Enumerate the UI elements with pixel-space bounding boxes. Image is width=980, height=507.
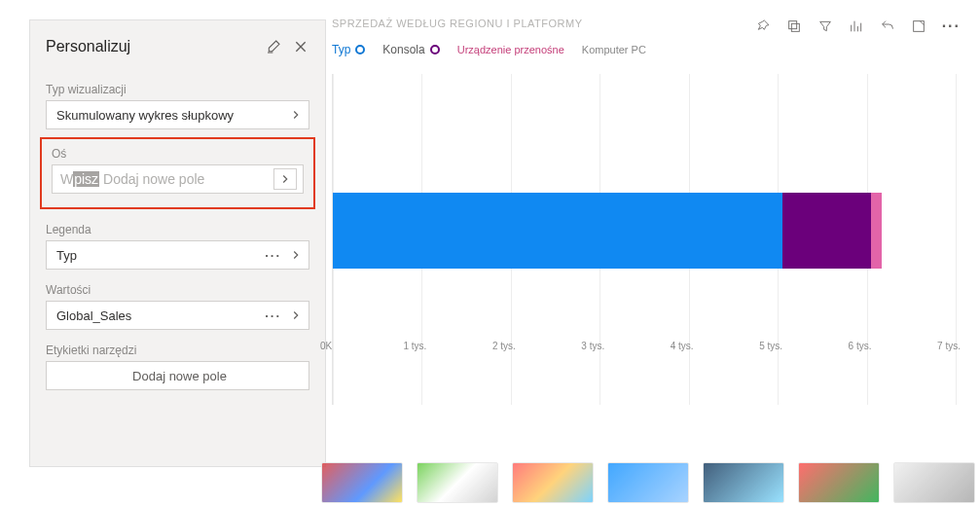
bar-segment[interactable] <box>333 193 782 269</box>
more-icon[interactable]: ··· <box>265 248 281 263</box>
legend-item-konsola[interactable]: Konsola <box>382 43 439 56</box>
thumbnail[interactable] <box>893 462 975 503</box>
axis-section-highlight: Oś Wpisz Dodaj nowe pole <box>40 137 315 209</box>
chevron-right-icon <box>289 308 303 322</box>
legend-item-label: Konsola <box>382 43 424 56</box>
thumbnail[interactable] <box>512 462 594 503</box>
viz-type-select[interactable]: Skumulowany wykres słupkowy <box>46 100 309 129</box>
svg-rect-2 <box>913 21 924 32</box>
chevron-right-icon <box>289 108 303 122</box>
x-tick-label: 3 tys. <box>581 341 604 351</box>
values-field-value: Global_Sales <box>56 308 131 323</box>
x-tick-label: 0K <box>320 341 332 351</box>
legend-item-mobile[interactable]: Urządzenie przenośne <box>457 44 564 55</box>
copy-icon[interactable] <box>786 18 802 34</box>
svg-rect-1 <box>788 21 796 29</box>
chevron-right-icon <box>289 248 303 262</box>
legend-section: Legenda Typ ··· <box>46 223 309 270</box>
values-section: Wartości Global_Sales ··· <box>46 283 309 330</box>
personalize-panel: Personalizuj Typ wizualizacji Skumulowan… <box>29 19 326 467</box>
chart-legend: Typ Konsola Urządzenie przenośne Kompute… <box>332 43 961 56</box>
add-field-label: Dodaj nowe pole <box>132 369 227 383</box>
chevron-right-icon <box>278 172 292 186</box>
legend-marker-icon <box>355 45 365 54</box>
legend-item-label: Komputer PC <box>582 44 646 55</box>
axis-placeholder-selected: pisz <box>73 171 99 187</box>
axis-field-input[interactable]: Wpisz Dodaj nowe pole <box>52 164 304 194</box>
erase-icon[interactable] <box>265 38 282 55</box>
stacked-bar <box>333 193 882 269</box>
visual-toolbar: ··· <box>755 18 961 35</box>
chart-title: SPRZEDAŻ WEDŁUG REGIONU I PLATFORMY <box>332 18 583 29</box>
x-tick-label: 6 tys. <box>849 341 872 351</box>
svg-rect-0 <box>791 23 799 31</box>
more-icon[interactable]: ··· <box>265 308 281 323</box>
x-tick-label: 5 tys. <box>759 341 782 351</box>
viz-type-label: Typ wizualizacji <box>46 83 309 96</box>
legend-series-label: Typ <box>332 43 350 56</box>
thumbnail[interactable] <box>321 462 403 503</box>
axis-placeholder-leading: W <box>60 171 73 187</box>
values-field-label: Wartości <box>46 283 309 297</box>
legend-item-pc[interactable]: Komputer PC <box>582 44 646 55</box>
tooltips-section: Etykietki narzędzi Dodaj nowe pole <box>46 344 309 390</box>
more-options-icon[interactable]: ··· <box>942 18 961 35</box>
x-tick-label: 1 tys. <box>403 341 426 351</box>
legend-marker-icon <box>430 45 440 54</box>
legend-field-value: Typ <box>56 248 77 263</box>
legend-item-label: Urządzenie przenośne <box>457 44 564 55</box>
legend-field-label: Legenda <box>46 223 309 236</box>
filter-icon[interactable] <box>817 18 833 34</box>
pin-icon[interactable] <box>755 18 771 34</box>
viz-type-section: Typ wizualizacji Skumulowany wykres słup… <box>46 83 309 129</box>
bar-segment[interactable] <box>782 193 871 269</box>
close-icon[interactable] <box>292 38 309 55</box>
spotlight-icon[interactable] <box>849 18 864 34</box>
undo-icon[interactable] <box>880 18 895 34</box>
values-field-select[interactable]: Global_Sales ··· <box>46 301 309 330</box>
tooltips-label: Etykietki narzędzi <box>46 344 309 357</box>
thumbnail[interactable] <box>417 462 498 503</box>
thumbnail[interactable] <box>607 462 689 503</box>
chart-x-axis: 0K1 tys.2 tys.3 tys.4 tys.5 tys.6 tys.7 … <box>326 341 980 360</box>
x-tick-label: 7 tys. <box>937 341 961 351</box>
thumbnail[interactable] <box>703 462 784 503</box>
tooltips-add-field[interactable]: Dodaj nowe pole <box>46 361 309 390</box>
legend-field-select[interactable]: Typ ··· <box>46 240 309 270</box>
axis-add-inner[interactable] <box>273 168 297 190</box>
x-tick-label: 2 tys. <box>492 341 516 351</box>
x-tick-label: 4 tys. <box>671 341 694 351</box>
axis-label: Oś <box>52 147 304 161</box>
thumbnail-strip <box>321 462 980 505</box>
chart-visual: SPRZEDAŻ WEDŁUG REGIONU I PLATFORMY ··· … <box>326 0 980 467</box>
axis-placeholder-trailing: Dodaj nowe pole <box>103 171 204 187</box>
bar-segment[interactable] <box>871 193 882 269</box>
panel-title: Personalizuj <box>46 38 130 55</box>
thumbnail[interactable] <box>798 462 880 503</box>
focus-icon[interactable] <box>911 18 926 34</box>
viz-type-value: Skumulowany wykres słupkowy <box>56 108 234 123</box>
